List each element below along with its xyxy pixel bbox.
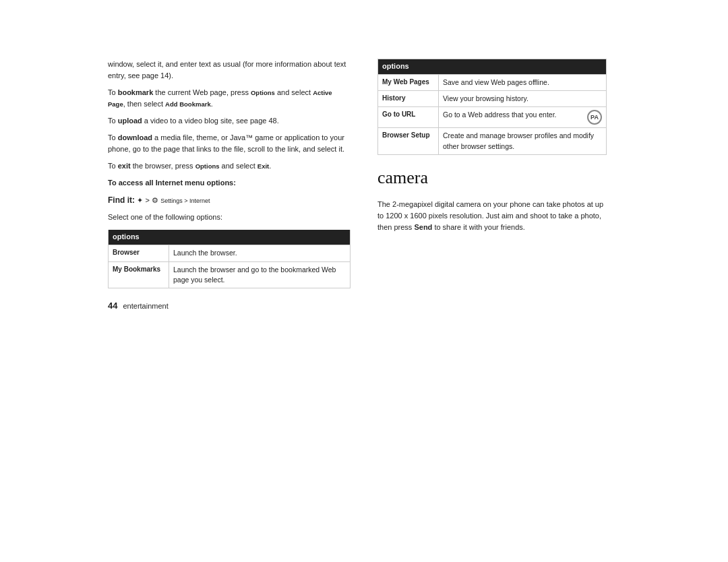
- table-row: My Bookmarks Launch the browser and go t…: [109, 261, 351, 288]
- page-label: entertainment: [123, 301, 168, 312]
- page-number-line: 44 entertainment: [108, 299, 351, 313]
- mywebpages-desc: Save and view Web pages offline.: [439, 74, 607, 90]
- table-row: Browser Launch the browser.: [109, 245, 351, 261]
- right-options-header: options: [378, 59, 607, 75]
- table-row: Browser Setup Create and manage browser …: [378, 128, 607, 154]
- para-exit: To exit the browser, press Options and s…: [108, 160, 351, 172]
- history-label: History: [378, 91, 439, 107]
- browsersetup-label: Browser Setup: [378, 128, 439, 154]
- gotourl-label: Go to URL: [378, 107, 439, 128]
- browser-label: Browser: [109, 245, 169, 261]
- right-column: options My Web Pages Save and view Web p…: [377, 59, 607, 503]
- gotourl-desc: Go to a Web address that you enter. PA: [439, 107, 607, 128]
- mybookmarks-label: My Bookmarks: [109, 261, 169, 288]
- mybookmarks-desc: Launch the browser and go to the bookmar…: [169, 261, 351, 288]
- left-options-header-row: options: [109, 230, 351, 245]
- right-options-table: options My Web Pages Save and view Web p…: [377, 59, 607, 155]
- history-desc: View your browsing history.: [439, 91, 607, 107]
- para-download: To download a media file, theme, or Java…: [108, 132, 351, 155]
- browser-desc: Launch the browser.: [169, 245, 351, 261]
- page-number: 44: [108, 299, 117, 313]
- camera-para: The 2-megapixel digital camera on your p…: [377, 199, 607, 233]
- pa-icon: PA: [587, 110, 602, 125]
- select-one: Select one of the following options:: [108, 212, 351, 223]
- para-window: window, select it, and enter text as usu…: [108, 59, 351, 82]
- table-row: History View your browsing history.: [378, 91, 607, 107]
- left-options-table: options Browser Launch the browser. My B…: [108, 230, 351, 288]
- right-options-header-row: options: [378, 59, 607, 75]
- browsersetup-desc: Create and manage browser profiles and m…: [439, 128, 607, 154]
- table-row: Go to URL Go to a Web address that you e…: [378, 107, 607, 128]
- page-container: window, select it, and enter text as usu…: [88, 45, 640, 517]
- access-header: To access all Internet menu options:: [108, 177, 351, 189]
- table-row: My Web Pages Save and view Web pages off…: [378, 74, 607, 90]
- mywebpages-label: My Web Pages: [378, 74, 439, 90]
- find-it: Find it: ✦ > ⚙ Settings > Internet: [108, 194, 351, 206]
- para-bookmark: To bookmark the current Web page, press …: [108, 87, 351, 110]
- left-column: window, select it, and enter text as usu…: [108, 59, 351, 503]
- para-upload: To upload a video to a video blog site, …: [108, 115, 351, 127]
- camera-title: camera: [377, 164, 607, 191]
- left-options-header: options: [109, 230, 351, 245]
